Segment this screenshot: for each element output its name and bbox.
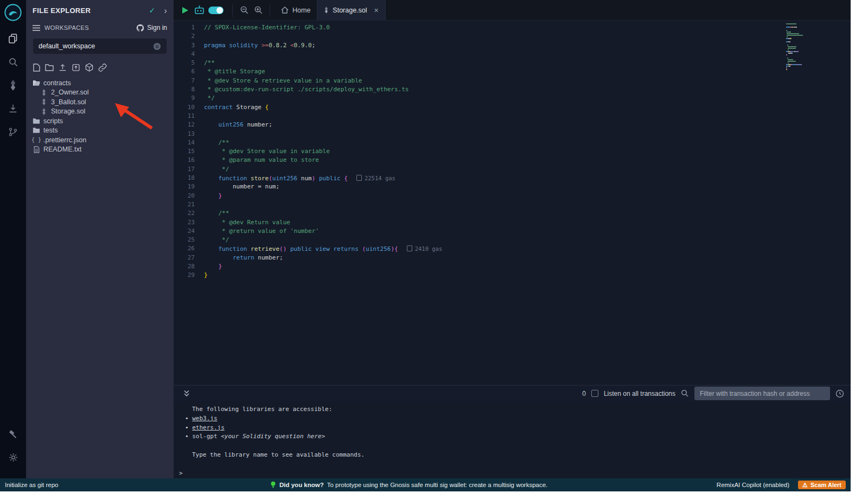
line-number[interactable]: 11 <box>174 112 204 121</box>
line-number[interactable]: 22 <box>174 209 204 218</box>
code-line[interactable]: 26 function retrieve() public view retur… <box>174 244 851 253</box>
tree-item-scripts[interactable]: scripts <box>26 116 174 126</box>
tree-item-readme-txt[interactable]: README.txt <box>26 145 174 155</box>
code-line[interactable]: 11 <box>174 112 851 121</box>
code-line[interactable]: 17 */ <box>174 165 851 174</box>
code-line[interactable]: 21 <box>174 200 851 209</box>
listen-checkbox[interactable] <box>591 390 598 397</box>
code-line[interactable]: 3pragma solidity >=0.8.2 <0.9.0; <box>174 41 851 50</box>
line-number[interactable]: 17 <box>174 165 204 174</box>
tree-item-tests[interactable]: tests <box>26 126 174 136</box>
code-line[interactable]: 29} <box>174 271 851 280</box>
tab-storage-sol[interactable]: Storage.sol × <box>317 0 385 21</box>
terminal-link[interactable]: ethers.js <box>192 424 225 431</box>
filter-input[interactable] <box>694 387 830 400</box>
line-number[interactable]: 1 <box>174 23 204 32</box>
plugin-manager-icon[interactable] <box>7 428 19 440</box>
line-number[interactable]: 8 <box>174 85 204 94</box>
upload-folder-icon[interactable] <box>72 64 80 72</box>
init-git-repo-button[interactable]: Initialize as git repo <box>0 482 58 488</box>
code-line[interactable]: 9 */ <box>174 94 851 103</box>
line-number[interactable]: 21 <box>174 200 204 209</box>
hamburger-menu-icon[interactable] <box>33 25 40 31</box>
run-script-button[interactable] <box>178 4 192 17</box>
code-line[interactable]: 20 } <box>174 192 851 200</box>
copilot-status[interactable]: RemixAI Copilot (enabled) <box>717 482 789 488</box>
line-number[interactable]: 19 <box>174 182 204 191</box>
cube-icon[interactable] <box>85 63 93 72</box>
close-tab-icon[interactable]: × <box>374 6 379 15</box>
code-line[interactable]: 6 * @title Storage <box>174 67 851 76</box>
line-number[interactable]: 20 <box>174 192 204 200</box>
line-number[interactable]: 5 <box>174 59 204 67</box>
code-line[interactable]: 4 <box>174 50 851 59</box>
line-number[interactable]: 26 <box>174 244 204 253</box>
line-number[interactable]: 29 <box>174 271 204 280</box>
check-icon[interactable]: ✓ <box>149 6 156 15</box>
search-icon[interactable] <box>7 56 19 68</box>
upload-file-icon[interactable] <box>59 64 67 72</box>
code-line[interactable]: 23 * @dev Return value <box>174 218 851 227</box>
ai-assistant-icon[interactable] <box>192 4 206 17</box>
line-number[interactable]: 16 <box>174 156 204 165</box>
terminal[interactable]: The following libraries are accessible:•… <box>174 401 851 478</box>
code-line[interactable]: 27 return number; <box>174 254 851 262</box>
code-line[interactable]: 13 <box>174 130 851 138</box>
new-file-icon[interactable] <box>33 64 40 72</box>
zoom-out-icon[interactable] <box>237 4 251 17</box>
link-icon[interactable] <box>98 64 107 72</box>
sign-in-button[interactable]: Sign in <box>136 24 167 32</box>
history-clock-icon[interactable] <box>835 389 844 398</box>
tree-item--prettierrc-json[interactable]: { }.prettierrc.json <box>26 135 174 145</box>
line-number[interactable]: 15 <box>174 147 204 156</box>
git-icon[interactable] <box>7 126 19 138</box>
tree-item-2-owner-sol[interactable]: 2_Owner.sol <box>26 88 174 98</box>
solidity-compiler-icon[interactable] <box>7 79 19 91</box>
line-number[interactable]: 2 <box>174 32 204 41</box>
tree-item-3-ballot-sol[interactable]: 3_Ballot.sol <box>26 97 174 107</box>
remix-logo[interactable] <box>4 3 22 22</box>
code-line[interactable]: 28 } <box>174 262 851 271</box>
code-line[interactable]: 16 * @param num value to store <box>174 156 851 165</box>
chevron-right-icon[interactable]: › <box>164 6 167 15</box>
scam-alert-badge[interactable]: ⚠ Scam Alert <box>798 481 846 489</box>
code-line[interactable]: 7 * @dev Store & retrieve value in a var… <box>174 77 851 85</box>
line-number[interactable]: 24 <box>174 227 204 236</box>
code-line[interactable]: 15 * @dev Store value in variable <box>174 147 851 156</box>
line-number[interactable]: 18 <box>174 174 204 182</box>
code-line[interactable]: 19 number = num; <box>174 182 851 191</box>
code-line[interactable]: 5/** <box>174 59 851 67</box>
tree-item-contracts[interactable]: contracts <box>26 78 174 88</box>
line-number[interactable]: 9 <box>174 94 204 103</box>
tab-home[interactable]: Home <box>275 0 317 21</box>
line-number[interactable]: 7 <box>174 77 204 85</box>
code-line[interactable]: 8 * @custom:dev-run-script ./scripts/dep… <box>174 85 851 94</box>
line-number[interactable]: 6 <box>174 67 204 76</box>
collapse-terminal-icon[interactable] <box>183 390 190 397</box>
settings-icon[interactable] <box>7 451 19 463</box>
file-explorer-icon[interactable] <box>7 33 19 45</box>
code-line[interactable]: 2 <box>174 32 851 41</box>
code-line[interactable]: 12 uint256 number; <box>174 121 851 129</box>
code-line[interactable]: 14 /** <box>174 138 851 147</box>
deploy-run-icon[interactable] <box>7 103 19 115</box>
minimap[interactable] <box>786 23 820 71</box>
zoom-in-icon[interactable] <box>251 4 265 17</box>
code-line[interactable]: 18 function store(uint256 num) public {2… <box>174 174 851 182</box>
code-line[interactable]: 24 * @return value of 'number' <box>174 227 851 236</box>
code-line[interactable]: 1// SPDX-License-Identifier: GPL-3.0 <box>174 23 851 32</box>
code-line[interactable]: 10contract Storage { <box>174 103 851 112</box>
code-line[interactable]: 25 */ <box>174 236 851 244</box>
terminal-prompt[interactable]: > <box>174 469 851 478</box>
line-number[interactable]: 28 <box>174 262 204 271</box>
line-number[interactable]: 25 <box>174 236 204 244</box>
line-number[interactable]: 3 <box>174 41 204 50</box>
line-number[interactable]: 12 <box>174 121 204 129</box>
copilot-toggle[interactable] <box>208 7 224 14</box>
terminal-link[interactable]: web3.js <box>192 415 217 422</box>
new-folder-icon[interactable] <box>45 64 54 71</box>
workspace-select[interactable]: default_workspace <box>33 39 167 54</box>
line-number[interactable]: 13 <box>174 130 204 138</box>
line-number[interactable]: 10 <box>174 103 204 112</box>
line-number[interactable]: 4 <box>174 50 204 59</box>
